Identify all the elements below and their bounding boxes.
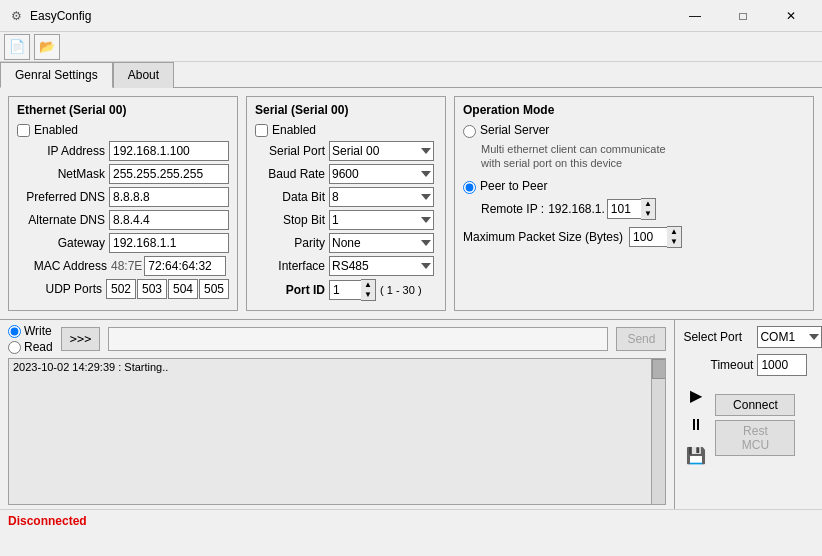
netmask-label: NetMask [17, 167, 105, 181]
udp-port-3[interactable] [168, 279, 198, 299]
peer-to-peer-label: Peer to Peer [480, 179, 547, 193]
baud-rate-select[interactable]: 9600 19200 38400 57600 115200 [329, 164, 434, 184]
open-button[interactable]: 📂 [34, 34, 60, 60]
parity-select[interactable]: None Even Odd [329, 233, 434, 253]
triple-arrow-button[interactable]: >>> [61, 327, 101, 351]
rest-mcu-button[interactable]: Rest MCU [715, 420, 795, 456]
interface-select[interactable]: RS485 RS232 [329, 256, 434, 276]
read-label: Read [24, 340, 53, 354]
remote-ip-spinbtns: ▲ ▼ [641, 198, 656, 220]
toolbar: 📄 📂 [0, 32, 822, 62]
console-area: 2023-10-02 14:29:39 : Starting.. [8, 358, 666, 505]
port-id-spinbtns: ▲ ▼ [361, 279, 376, 301]
data-bit-select[interactable]: 8 7 [329, 187, 434, 207]
read-radio[interactable] [8, 341, 21, 354]
main-content: Ethernet (Serial 00) Enabled IP Address … [0, 88, 822, 319]
serial-port-select[interactable]: Serial 00 Serial 01 [329, 141, 434, 161]
gateway-label: Gateway [17, 236, 105, 250]
serial-enabled-checkbox[interactable] [255, 124, 268, 137]
max-packet-spincontrol: ▲ ▼ [629, 226, 682, 248]
serial-port-label: Serial Port [255, 144, 325, 158]
bottom-area: Write Read >>> Send 2023-10-02 14:29:39 … [0, 319, 822, 509]
stop-bit-label: Stop Bit [255, 213, 325, 227]
pause-button[interactable]: ⏸ [683, 412, 709, 438]
app-title: EasyConfig [30, 9, 672, 23]
port-id-up[interactable]: ▲ [361, 280, 375, 290]
remote-ip-input[interactable] [607, 199, 641, 219]
port-id-input[interactable] [329, 280, 361, 300]
remote-ip-label: Remote IP : [481, 202, 544, 216]
operation-title: Operation Mode [463, 103, 805, 117]
save-button[interactable]: 💾 [683, 442, 709, 468]
netmask-input[interactable] [109, 164, 229, 184]
max-packet-input[interactable] [629, 227, 667, 247]
preferred-dns-row: Preferred DNS [17, 187, 229, 207]
interface-label: Interface [255, 259, 325, 273]
status-bar: Disconnected [0, 509, 822, 531]
timeout-row: Timeout [683, 354, 822, 376]
ethernet-enabled-row: Enabled [17, 123, 229, 137]
udp-port-2[interactable] [137, 279, 167, 299]
serial-title: Serial (Serial 00) [255, 103, 437, 117]
play-button[interactable]: ▶ [683, 382, 709, 408]
timeout-input[interactable] [757, 354, 807, 376]
mac-label: MAC Address [17, 259, 107, 273]
port-id-spincontrol: ▲ ▼ [329, 279, 376, 301]
close-button[interactable]: ✕ [768, 0, 814, 32]
send-button[interactable]: Send [616, 327, 666, 351]
data-bit-row: Data Bit 8 7 [255, 187, 437, 207]
scrollbar[interactable] [651, 359, 665, 504]
maximize-button[interactable]: □ [720, 0, 766, 32]
connect-col: Connect Rest MCU [715, 394, 795, 456]
select-port-row: Select Port COM1 COM2 COM3 ↻ [683, 326, 822, 348]
port-id-label: Port ID [255, 283, 325, 297]
port-id-down[interactable]: ▼ [361, 290, 375, 300]
peer-to-peer-row: Peer to Peer [463, 179, 805, 194]
left-bottom: Write Read >>> Send 2023-10-02 14:29:39 … [0, 320, 674, 509]
udp-port-4[interactable] [199, 279, 229, 299]
write-label: Write [24, 324, 52, 338]
max-packet-up[interactable]: ▲ [667, 227, 681, 237]
port-id-range: ( 1 - 30 ) [380, 284, 422, 296]
preferred-dns-label: Preferred DNS [17, 190, 105, 204]
serial-server-label: Serial Server [480, 123, 549, 137]
serial-server-radio[interactable] [463, 125, 476, 138]
max-packet-down[interactable]: ▼ [667, 237, 681, 247]
netmask-row: NetMask [17, 164, 229, 184]
alternate-dns-row: Alternate DNS [17, 210, 229, 230]
select-port-label: Select Port [683, 330, 753, 344]
baud-rate-row: Baud Rate 9600 19200 38400 57600 115200 [255, 164, 437, 184]
remote-ip-down[interactable]: ▼ [641, 209, 655, 219]
gateway-input[interactable] [109, 233, 229, 253]
data-bit-label: Data Bit [255, 190, 325, 204]
tab-about[interactable]: About [113, 62, 174, 88]
console-line: 2023-10-02 14:29:39 : Starting.. [13, 361, 661, 373]
udp-port-1[interactable] [106, 279, 136, 299]
preferred-dns-input[interactable] [109, 187, 229, 207]
udp-ports-row: UDP Ports [17, 279, 229, 299]
port-id-row: Port ID ▲ ▼ ( 1 - 30 ) [255, 279, 437, 301]
serial-port-row: Serial Port Serial 00 Serial 01 [255, 141, 437, 161]
alternate-dns-input[interactable] [109, 210, 229, 230]
ethernet-title: Ethernet (Serial 00) [17, 103, 229, 117]
select-port-select[interactable]: COM1 COM2 COM3 [757, 326, 822, 348]
minimize-button[interactable]: — [672, 0, 718, 32]
write-radio[interactable] [8, 325, 21, 338]
timeout-label: Timeout [683, 358, 753, 372]
peer-to-peer-radio[interactable] [463, 181, 476, 194]
stop-bit-row: Stop Bit 1 2 [255, 210, 437, 230]
new-button[interactable]: 📄 [4, 34, 30, 60]
max-packet-row: Maximum Packet Size (Bytes) ▲ ▼ [463, 226, 805, 248]
ip-input[interactable] [109, 141, 229, 161]
ethernet-enabled-checkbox[interactable] [17, 124, 30, 137]
send-text-input[interactable] [108, 327, 608, 351]
mac-input[interactable] [144, 256, 226, 276]
scrollbar-thumb[interactable] [652, 359, 666, 379]
send-controls: Write Read >>> Send [8, 324, 666, 354]
app-icon: ⚙ [8, 8, 24, 24]
connect-button[interactable]: Connect [715, 394, 795, 416]
stop-bit-select[interactable]: 1 2 [329, 210, 434, 230]
operation-section: Operation Mode Serial Server Multi ether… [454, 96, 814, 311]
tab-general-settings[interactable]: Genral Settings [0, 62, 113, 88]
remote-ip-up[interactable]: ▲ [641, 199, 655, 209]
